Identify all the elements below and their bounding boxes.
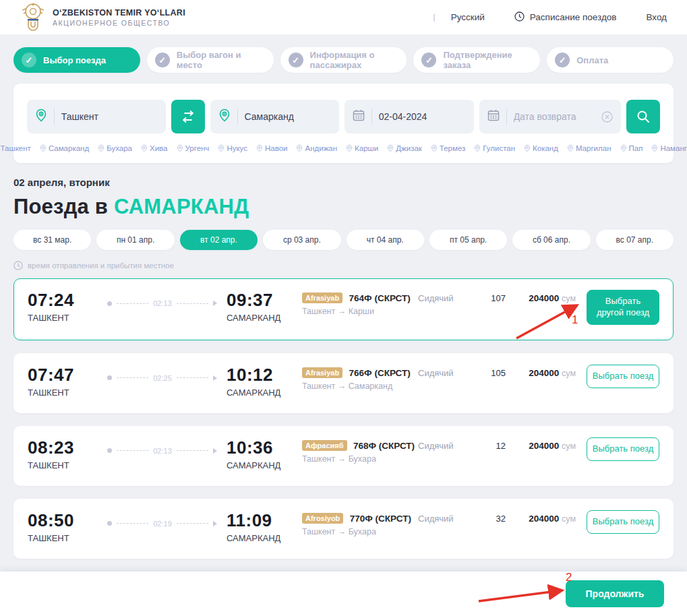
departure-block: 08:50 ТАШКЕНТ [28,510,107,543]
train-row[interactable]: 07:47 ТАШКЕНТ 02:25 10:12 САМАРКАНД Afr [13,353,674,413]
railway-logo[interactable]: O‘ZBEKISTON TEMIR YO‘LLARI АКЦИОНЕРНОЕ О… [20,1,185,34]
pin-icon [474,144,481,152]
city-label: Ургенч [185,144,210,152]
train-list: 07:24 ТАШКЕНТ 02:13 09:37 САМАРКАНД Afr [13,278,674,616]
route-dash [117,523,148,524]
search-button[interactable] [626,100,660,133]
city-link[interactable]: Маргилан [567,144,611,152]
from-station-input[interactable] [61,111,158,122]
return-date-input[interactable] [514,111,595,122]
divider [506,109,507,125]
clear-return-date-icon[interactable] [601,111,613,123]
trip-duration: 02:13 [153,299,172,307]
booking-step[interactable]: ✓ Выбор вагон и место [147,47,274,73]
city-link[interactable]: Пап [620,144,643,152]
price-currency: сум [562,369,576,378]
select-train-button[interactable]: Выбрать другой поезд [587,290,659,325]
city-link[interactable]: Самарканд [40,144,89,152]
train-full-route: Ташкент → Карши [302,307,418,316]
booking-step[interactable]: ✓ Выбор поезда [13,47,140,73]
booking-step[interactable]: ✓ Подтверждение заказа [413,47,540,73]
depart-date-field[interactable] [345,100,474,133]
arrival-time: 09:37 [227,290,302,311]
city-link[interactable]: Джизак [387,144,422,152]
return-date-field[interactable] [479,100,621,133]
day-tab[interactable]: сб 06 апр. [512,230,590,250]
day-tab[interactable]: пт 05 апр. [429,230,507,250]
city-link[interactable]: Карши [346,144,378,152]
from-station-field[interactable] [27,100,166,133]
to-station-input[interactable] [245,111,331,122]
departure-station: ТАШКЕНТ [28,313,107,323]
booking-step[interactable]: ✓ Оплата [547,47,674,73]
route-start-dot [107,375,112,380]
pin-icon [40,144,47,152]
select-train-button[interactable]: Выбрать поезд [587,365,659,388]
depart-date-input[interactable] [379,111,466,122]
divider [54,109,55,125]
title-prefix: Поезда в [13,195,114,218]
city-link[interactable]: Нукус [218,144,247,152]
city-label: Андижан [305,144,337,152]
swap-stations-button[interactable] [171,100,205,133]
arrival-time: 10:12 [227,365,302,386]
departure-block: 07:47 ТАШКЕНТ [28,365,107,398]
city-link[interactable]: Навои [256,144,288,152]
route-dash [117,377,148,378]
check-icon: ✓ [22,53,36,67]
city-link[interactable]: Гулистан [474,144,515,152]
train-full-route: Ташкент → Бухара [302,527,418,536]
route-arrow-icon [213,301,217,306]
city-link[interactable]: Термез [431,144,466,152]
train-brand-badge: Афрасияб [302,440,347,451]
day-tab-label: чт 04 апр. [367,235,404,245]
route-dash [177,377,208,378]
departure-station: ТАШКЕНТ [28,533,107,543]
train-row[interactable]: 08:23 ТАШКЕНТ 02:13 10:36 САМАРКАНД Афр [13,426,674,486]
city-link[interactable]: Коканд [524,144,558,152]
train-row[interactable]: 07:24 ТАШКЕНТ 02:13 09:37 САМАРКАНД Afr [13,278,674,340]
select-train-button[interactable]: Выбрать поезд [587,510,659,534]
route-arrow-icon [213,375,217,381]
pin-icon [256,144,263,152]
top-nav: Русский Расписание поездов Вход [434,11,667,24]
selected-date-label: 02 апреля, вторник [13,177,674,188]
city-label: Хива [150,144,167,152]
city-link[interactable]: Ташкент [0,144,31,152]
pin-icon [98,144,104,152]
pin-icon [346,144,353,152]
day-tab[interactable]: ср 03 апр. [263,230,340,250]
login-link[interactable]: Вход [646,12,667,22]
check-icon: ✓ [155,53,170,67]
departure-block: 08:23 ТАШКЕНТ [28,437,107,470]
day-tab[interactable]: пн 01 апр. [96,230,174,250]
city-link[interactable]: Ургенч [177,144,210,152]
city-link[interactable]: Андижан [296,144,337,152]
arrival-block: 10:36 САМАРКАНД [227,437,302,470]
continue-button[interactable]: Продолжить [566,580,664,607]
departure-station: ТАШКЕНТ [28,388,107,398]
city-link[interactable]: Бухара [98,144,132,152]
booking-step[interactable]: ✓ Информация о пассажирах [280,47,407,73]
language-selector[interactable]: Русский [434,12,485,22]
calendar-icon [487,109,500,124]
seats-available: 107 [467,290,506,303]
city-label: Ташкент [1,144,31,152]
city-link[interactable]: Хива [141,144,167,152]
arrival-station: САМАРКАНД [227,460,302,470]
day-tab[interactable]: вт 02 апр. [180,230,258,250]
schedule-link[interactable]: Расписание поездов [514,11,617,24]
price-amount: 204000 [529,368,559,378]
to-station-field[interactable] [210,100,339,133]
city-link[interactable]: Наманган [651,144,687,152]
seats-available: 12 [467,437,506,451]
top-bar: O‘ZBEKISTON TEMIR YO‘LLARI АКЦИОНЕРНОЕ О… [0,0,687,35]
divider [371,109,372,125]
day-tab-label: ср 03 апр. [283,235,321,245]
city-label: Нукус [227,144,247,152]
select-train-button[interactable]: Выбрать поезд [587,437,659,461]
day-tab[interactable]: вс 31 мар. [13,230,91,250]
day-tab[interactable]: вс 07 апр. [596,230,674,250]
train-row[interactable]: 08:50 ТАШКЕНТ 02:19 11:09 САМАРКАНД Afr [13,499,674,559]
day-tab[interactable]: чт 04 апр. [347,230,424,250]
